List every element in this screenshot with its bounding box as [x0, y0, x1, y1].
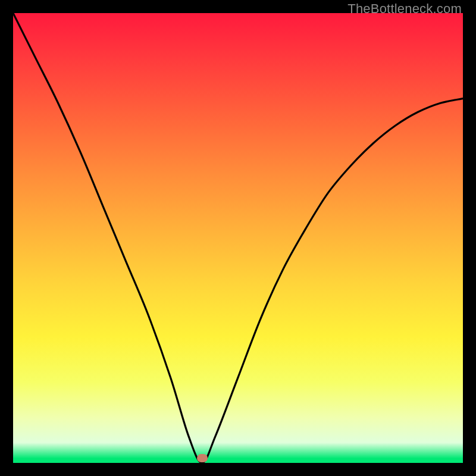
- watermark-text: TheBottleneck.com: [347, 1, 462, 17]
- gradient-plot-area: [13, 13, 463, 463]
- curve-path: [13, 13, 463, 463]
- bottleneck-curve: [13, 13, 463, 463]
- optimal-point-marker: [197, 454, 208, 462]
